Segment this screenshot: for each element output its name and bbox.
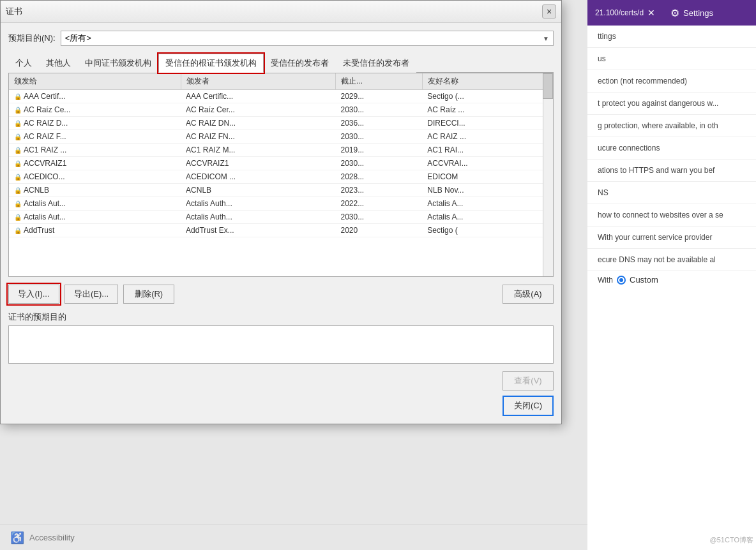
settings-line-4: t protect you against dangerous w...: [587, 93, 756, 115]
cell-7-2: 2023...: [335, 184, 422, 197]
tab-untrusted-publisher[interactable]: 未受信任的发布者: [336, 54, 416, 73]
cell-2-2: 2036...: [335, 117, 422, 130]
cell-1-1: AC Raíz Cer...: [181, 103, 335, 117]
cell-9-1: Actalis Auth...: [181, 211, 335, 224]
cell-10-2: 2020: [335, 224, 422, 237]
settings-tab-label: Settings: [683, 8, 713, 18]
settings-line-1: ttings: [587, 26, 756, 48]
settings-line-7: ations to HTTPS and warn you bef: [587, 160, 756, 182]
close-button[interactable]: 关闭(C): [503, 396, 554, 416]
dropdown-arrow-icon: ▼: [543, 35, 549, 42]
purpose-label: 预期目的(N):: [8, 33, 56, 44]
table-row[interactable]: 🔒AC Raíz Ce...AC Raíz Cer...2030...AC Ra…: [9, 103, 553, 117]
table-row[interactable]: 🔒AC RAIZ D...AC RAIZ DN...2036...DIRECCI…: [9, 117, 553, 130]
cell-0-0: 🔒AAA Certif...: [9, 90, 181, 103]
tab-intermediate[interactable]: 中间证书颁发机构: [78, 54, 158, 73]
cert-purpose-area: [8, 325, 554, 364]
settings-tab[interactable]: ⚙ Settings: [663, 7, 721, 19]
table-row[interactable]: 🔒Actalis Aut...Actalis Auth...2030...Act…: [9, 211, 553, 224]
settings-line-8: NS: [587, 182, 756, 204]
cell-0-3: Sectigo (...: [422, 90, 553, 103]
cell-5-2: 2030...: [335, 157, 422, 170]
tab-trusted-root[interactable]: 受信任的根证书颁发机构: [158, 54, 264, 73]
export-button[interactable]: 导出(E)...: [64, 285, 118, 304]
tab-personal[interactable]: 个人: [8, 54, 39, 73]
cell-0-2: 2029...: [335, 90, 422, 103]
table-row[interactable]: 🔒ACNLBACNLB2023...NLB Nov...: [9, 184, 553, 197]
col-friendly[interactable]: 友好名称: [422, 73, 553, 90]
cell-6-1: ACEDICOM ...: [181, 170, 335, 184]
table-row[interactable]: 🔒ACCVRAIZ1ACCVRAIZ12030...ACCVRAI...: [9, 157, 553, 170]
cell-8-1: Actalis Auth...: [181, 197, 335, 211]
cell-3-3: AC RAIZ ...: [422, 130, 553, 144]
purpose-dropdown[interactable]: <所有> ▼: [61, 31, 554, 46]
table-row[interactable]: 🔒Actalis Aut...Actalis Auth...2022...Act…: [9, 197, 553, 211]
cell-7-0: 🔒ACNLB: [9, 184, 181, 197]
browser-chrome: 21.100/certs/d ✕ ⚙ Settings: [587, 0, 756, 26]
dialog-body: 预期目的(N): <所有> ▼ 个人 其他人 中间证书颁发机构 受信任的根证书颁…: [1, 23, 561, 424]
cell-9-2: 2030...: [335, 211, 422, 224]
cell-7-1: ACNLB: [181, 184, 335, 197]
purpose-value: <所有>: [65, 33, 91, 44]
scrollbar-thumb[interactable]: [543, 73, 553, 99]
col-expiry[interactable]: 截止...: [335, 73, 422, 90]
cell-10-1: AddTrust Ex...: [181, 224, 335, 237]
cell-5-3: ACCVRAI...: [422, 157, 553, 170]
cell-9-3: Actalis A...: [422, 211, 553, 224]
table-row[interactable]: 🔒AC1 RAIZ ...AC1 RAIZ M...2019...AC1 RAI…: [9, 144, 553, 157]
purpose-row: 预期目的(N): <所有> ▼: [8, 31, 554, 46]
tab-others[interactable]: 其他人: [39, 54, 78, 73]
cell-10-3: Sectigo (: [422, 224, 553, 237]
cell-8-0: 🔒Actalis Aut...: [9, 197, 181, 211]
cell-1-3: AC Raíz ...: [422, 103, 553, 117]
cell-6-0: 🔒ACEDICO...: [9, 170, 181, 184]
cell-8-2: 2022...: [335, 197, 422, 211]
cell-6-2: 2028...: [335, 170, 422, 184]
dialog-titlebar: 证书 ×: [1, 1, 561, 23]
settings-line-10: With your current service provider: [587, 227, 756, 249]
settings-line-6: ucure connections: [587, 137, 756, 160]
custom-option-row[interactable]: With Custom: [587, 271, 756, 288]
scrollbar-track[interactable]: [543, 73, 553, 276]
browser-tab-close[interactable]: ✕: [647, 8, 655, 18]
settings-line-11: ecure DNS may not be available al: [587, 249, 756, 271]
buttons-row: 导入(I)... 导出(E)... 删除(R) 高级(A): [8, 285, 554, 304]
cell-7-3: NLB Nov...: [422, 184, 553, 197]
cert-table: 颁发给 颁发者 截止... 友好名称 🔒AAA Certi: [9, 73, 553, 237]
radio-custom[interactable]: [617, 276, 626, 285]
cell-4-1: AC1 RAIZ M...: [181, 144, 335, 157]
custom-label: Custom: [630, 275, 658, 285]
settings-line-3: ection (not recommended): [587, 70, 756, 93]
cell-1-0: 🔒AC Raíz Ce...: [9, 103, 181, 117]
browser-tab[interactable]: 21.100/certs/d ✕: [587, 0, 663, 26]
remove-button[interactable]: 删除(R): [123, 285, 174, 304]
cell-5-1: ACCVRAIZ1: [181, 157, 335, 170]
dialog-close-button[interactable]: ×: [542, 4, 556, 19]
watermark: @51CTO博客: [710, 535, 753, 545]
cell-9-0: 🔒Actalis Aut...: [9, 211, 181, 224]
settings-panel: ttings us ection (not recommended) t pro…: [587, 26, 756, 550]
settings-line-2: us: [587, 48, 756, 70]
table-row[interactable]: 🔒ACEDICO...ACEDICOM ...2028...EDICOM: [9, 170, 553, 184]
cell-2-3: DIRECCI...: [422, 117, 553, 130]
table-row[interactable]: 🔒AddTrustAddTrust Ex...2020Sectigo (: [9, 224, 553, 237]
cell-10-0: 🔒AddTrust: [9, 224, 181, 237]
cell-1-2: 2030...: [335, 103, 422, 117]
cell-5-0: 🔒ACCVRAIZ1: [9, 157, 181, 170]
table-row[interactable]: 🔒AAA Certif...AAA Certific...2029...Sect…: [9, 90, 553, 103]
view-button[interactable]: 查看(V): [503, 371, 554, 390]
gear-icon: ⚙: [670, 7, 679, 19]
import-button[interactable]: 导入(I)...: [8, 285, 59, 304]
col-issued-by[interactable]: 颁发者: [181, 73, 335, 90]
tab-trusted-publisher[interactable]: 受信任的发布者: [264, 54, 336, 73]
tabs-container: 个人 其他人 中间证书颁发机构 受信任的根证书颁发机构 受信任的发布者 未受信任…: [8, 54, 554, 73]
settings-line-5: g protection, where available, in oth: [587, 115, 756, 137]
browser-tab-label: 21.100/certs/d: [595, 8, 644, 17]
table-row[interactable]: 🔒AC RAIZ F...AC RAIZ FN...2030...AC RAIZ…: [9, 130, 553, 144]
cell-8-3: Actalis A...: [422, 197, 553, 211]
settings-line-9: how to connect to websites over a se: [587, 204, 756, 227]
cell-3-2: 2030...: [335, 130, 422, 144]
advanced-button[interactable]: 高级(A): [503, 285, 554, 304]
col-issued-to[interactable]: 颁发给: [9, 73, 181, 90]
cell-4-2: 2019...: [335, 144, 422, 157]
